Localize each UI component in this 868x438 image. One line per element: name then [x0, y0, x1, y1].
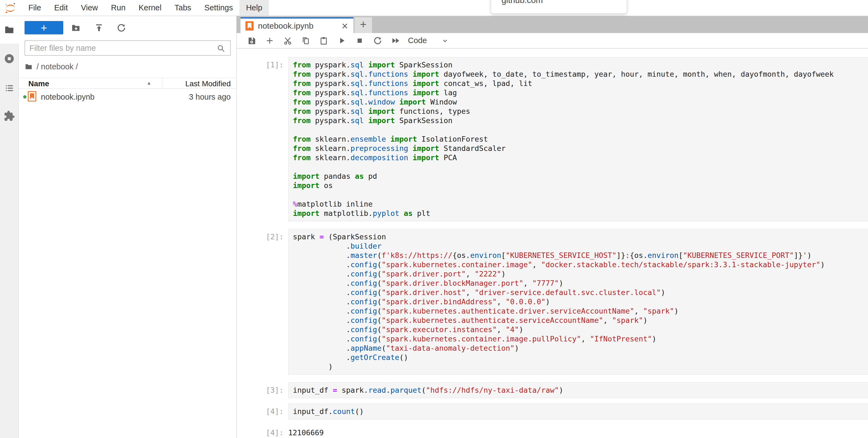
new-launcher-button[interactable]: + — [25, 21, 63, 34]
menu-run[interactable]: Run — [104, 0, 132, 16]
table-of-contents-icon[interactable] — [4, 82, 15, 95]
kernel-running-dot — [23, 95, 27, 98]
cut-cells-icon[interactable] — [283, 36, 292, 45]
column-modified-header[interactable]: Last Modified — [185, 80, 231, 88]
code-cell-row: [4]:input_df.count() — [237, 404, 868, 419]
menu-bar: File Edit View Run Kernel Tabs Settings … — [0, 0, 868, 16]
code-cell-row: [2]:spark = (SparkSession .builder .mast… — [237, 229, 868, 375]
extensions-icon[interactable] — [4, 110, 15, 122]
file-list-header: Name ▲ Last Modified — [19, 78, 237, 89]
code-editor[interactable]: from pyspark.sql import SparkSessionfrom… — [288, 57, 868, 221]
notebook-tab-icon — [245, 21, 254, 31]
new-tab-button[interactable]: + — [354, 17, 372, 33]
upload-icon[interactable] — [94, 23, 104, 33]
file-browser-panel: + / notebook / Name ▲ Last Modified — [19, 16, 237, 438]
jupyter-logo-icon — [4, 2, 17, 14]
column-name-header[interactable]: Name — [28, 80, 49, 88]
input-prompt: [3]: — [237, 382, 288, 398]
sidebar-tab-strip — [0, 16, 19, 438]
filter-files-input[interactable] — [25, 40, 231, 56]
file-list-item[interactable]: notebook.ipynb 3 hours ago — [19, 89, 237, 105]
notebook-scroll-area[interactable]: [1]:from pyspark.sql import SparkSession… — [237, 49, 868, 438]
copy-cells-icon[interactable] — [301, 36, 310, 45]
menu-edit[interactable]: Edit — [48, 0, 74, 16]
notebook-file-icon — [28, 91, 36, 101]
notebook-tab[interactable]: notebook.ipynb × — [241, 17, 353, 33]
code-editor[interactable]: input_df = spark.read.parquet("hdfs://hd… — [288, 382, 868, 398]
code-cell-row: [1]:from pyspark.sql import SparkSession… — [237, 57, 868, 221]
run-cell-icon[interactable] — [337, 36, 346, 45]
add-cell-icon[interactable] — [265, 36, 274, 45]
notebook-toolbar: Code — [237, 33, 868, 49]
file-browser-icon[interactable] — [4, 23, 15, 36]
sort-ascending-icon: ▲ — [147, 81, 151, 86]
column-divider — [162, 78, 162, 88]
tab-close-icon[interactable]: × — [342, 22, 348, 30]
new-folder-icon[interactable] — [71, 23, 81, 33]
interrupt-kernel-icon[interactable] — [355, 36, 364, 45]
input-prompt: [4]: — [237, 404, 288, 419]
home-folder-icon — [25, 62, 33, 71]
menu-kernel[interactable]: Kernel — [132, 0, 168, 16]
menu-view[interactable]: View — [74, 0, 104, 16]
breadcrumb[interactable]: / notebook / — [25, 61, 78, 72]
jupyterlab-window: File Edit View Run Kernel Tabs Settings … — [0, 0, 868, 438]
input-prompt: [2]: — [237, 229, 288, 375]
restart-kernel-icon[interactable] — [373, 36, 382, 45]
code-editor[interactable]: input_df.count() — [288, 404, 868, 419]
file-modified-time: 3 hours ago — [189, 92, 231, 101]
breadcrumb-path: / notebook / — [36, 62, 78, 71]
code-editor[interactable]: spark = (SparkSession .builder .master(f… — [288, 229, 868, 375]
file-name: notebook.ipynb — [41, 92, 95, 101]
menu-help[interactable]: Help — [240, 0, 269, 16]
refresh-icon[interactable] — [117, 23, 126, 33]
search-icon — [217, 44, 225, 53]
cell-type-dropdown[interactable]: Code — [408, 36, 449, 45]
menu-settings[interactable]: Settings — [198, 0, 240, 16]
link-status-popup: github.com — [491, 0, 627, 13]
dock-tab-bar: notebook.ipynb × + — [237, 16, 868, 33]
cell-output-text: 12106669 — [288, 425, 324, 437]
restart-run-all-icon[interactable] — [391, 36, 400, 45]
menu-tabs[interactable]: Tabs — [168, 0, 198, 16]
tab-title: notebook.ipynb — [258, 21, 342, 31]
running-kernels-icon[interactable] — [4, 52, 15, 65]
notebook-cells: [1]:from pyspark.sql import SparkSession… — [237, 57, 868, 437]
menu-file[interactable]: File — [22, 0, 48, 16]
chevron-down-icon — [441, 36, 449, 45]
link-status-text: github.com — [491, 0, 627, 5]
paste-cells-icon[interactable] — [319, 36, 328, 45]
save-icon[interactable] — [247, 36, 256, 45]
code-cell-row: [3]:input_df = spark.read.parquet("hdfs:… — [237, 382, 868, 398]
main-dock-panel: notebook.ipynb × + — [237, 16, 868, 438]
cell-type-value: Code — [408, 36, 427, 45]
input-prompt: [1]: — [237, 57, 288, 221]
output-prompt: [4]: — [237, 425, 288, 437]
cell-output-row: [4]:12106669 — [237, 425, 868, 437]
